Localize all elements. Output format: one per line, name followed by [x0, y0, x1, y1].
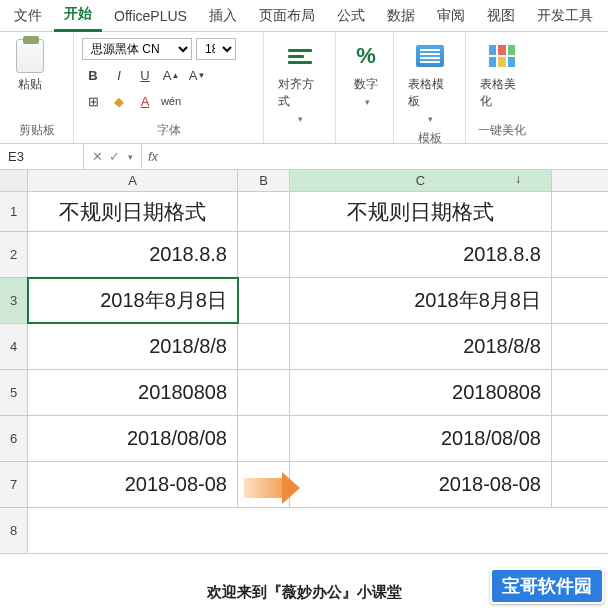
row-header[interactable]: 4 [0, 324, 28, 369]
align-label: 对齐方式 [278, 76, 321, 110]
cell[interactable]: 不规则日期格式 [28, 192, 238, 231]
column-headers: A B C↓ [0, 170, 608, 192]
row-header[interactable]: 3 [0, 278, 28, 323]
table-row: 4 2018/8/8 2018/8/8 [0, 324, 608, 370]
worksheet: A B C↓ 1 不规则日期格式 不规则日期格式 2 2018.8.8 2018… [0, 170, 608, 554]
group-label-font: 字体 [80, 120, 257, 141]
tab-layout[interactable]: 页面布局 [249, 1, 325, 31]
cell[interactable] [28, 508, 238, 553]
font-color-button[interactable]: A [134, 90, 156, 112]
row-header[interactable]: 2 [0, 232, 28, 277]
cell[interactable]: 20180808 [290, 370, 552, 415]
table-beautify-button[interactable]: 表格美化 [472, 36, 532, 114]
number-label: 数字 [354, 76, 378, 93]
cell[interactable] [238, 324, 290, 369]
group-label-template: 模板 [400, 128, 459, 149]
cell[interactable]: 2018/8/8 [290, 324, 552, 369]
select-all-corner[interactable] [0, 170, 28, 191]
table-row: 5 20180808 20180808 [0, 370, 608, 416]
chevron-down-icon: ▾ [365, 97, 370, 107]
template-icon [414, 40, 446, 72]
table-template-button[interactable]: 表格模板▾ [400, 36, 459, 128]
group-label-beautify: 一键美化 [472, 120, 532, 141]
group-font: 思源黑体 CN 18 B I U A▲ A▼ ⊞ ◆ A wén 字体 [74, 32, 264, 143]
shrink-font-button[interactable]: A▼ [186, 64, 208, 86]
formula-confirm-icon[interactable]: ✓ [109, 149, 120, 164]
paste-button[interactable]: 粘贴 [6, 36, 54, 97]
tab-view[interactable]: 视图 [477, 1, 525, 31]
col-header-b[interactable]: B [238, 170, 290, 191]
cell[interactable]: 2018/8/8 [28, 324, 238, 369]
tab-review[interactable]: 审阅 [427, 1, 475, 31]
cell[interactable] [238, 192, 290, 231]
cell[interactable]: 2018-08-08 [28, 462, 238, 507]
align-button[interactable]: 对齐方式▾ [270, 36, 329, 128]
tab-insert[interactable]: 插入 [199, 1, 247, 31]
tab-formula[interactable]: 公式 [327, 1, 375, 31]
template-label: 表格模板 [408, 76, 451, 110]
underline-button[interactable]: U [134, 64, 156, 86]
formula-cancel-icon[interactable]: ✕ [92, 149, 103, 164]
phonetic-button[interactable]: wén [160, 90, 182, 112]
group-number: % 数字▾ [336, 32, 394, 143]
italic-button[interactable]: I [108, 64, 130, 86]
arrow-right-icon [244, 472, 300, 504]
cell[interactable] [238, 278, 290, 323]
cell[interactable]: 不规则日期格式 [290, 192, 552, 231]
clipboard-icon [14, 40, 46, 72]
row-header[interactable]: 7 [0, 462, 28, 507]
row-header[interactable]: 6 [0, 416, 28, 461]
cell-selected[interactable]: 2018年8月8日 [28, 278, 238, 323]
group-align: 对齐方式▾ [264, 32, 336, 143]
beautify-icon [486, 40, 518, 72]
cell[interactable] [238, 416, 290, 461]
group-beautify: 表格美化 一键美化 [466, 32, 538, 143]
number-format-button[interactable]: % 数字▾ [342, 36, 390, 111]
cell[interactable] [238, 232, 290, 277]
cell[interactable]: 20180808 [28, 370, 238, 415]
chevron-down-icon: ▾ [298, 114, 303, 124]
ribbon: 粘贴 剪贴板 思源黑体 CN 18 B I U A▲ A▼ ⊞ [0, 32, 608, 144]
table-row: 8 [0, 508, 608, 554]
beautify-label: 表格美化 [480, 76, 524, 110]
fill-color-button[interactable]: ◆ [108, 90, 130, 112]
row-header[interactable]: 1 [0, 192, 28, 231]
cell[interactable]: 2018.8.8 [290, 232, 552, 277]
col-header-c[interactable]: C↓ [290, 170, 552, 191]
cell[interactable] [290, 508, 552, 553]
cell[interactable]: 2018-08-08 [290, 462, 552, 507]
tab-home[interactable]: 开始 [54, 0, 102, 32]
font-name-select[interactable]: 思源黑体 CN [82, 38, 192, 60]
name-box-bar: E3 ✕ ✓ ▾ fx [0, 144, 608, 170]
tab-data[interactable]: 数据 [377, 1, 425, 31]
grow-font-button[interactable]: A▲ [160, 64, 182, 86]
cell[interactable]: 2018/08/08 [290, 416, 552, 461]
tab-file[interactable]: 文件 [4, 1, 52, 31]
row-header[interactable]: 8 [0, 508, 28, 553]
table-row: 2 2018.8.8 2018.8.8 [0, 232, 608, 278]
cell[interactable] [238, 370, 290, 415]
table-row: 3 2018年8月8日 2018年8月8日 [0, 278, 608, 324]
table-row: 6 2018/08/08 2018/08/08 [0, 416, 608, 462]
font-size-select[interactable]: 18 [196, 38, 236, 60]
tab-devtools[interactable]: 开发工具 [527, 1, 603, 31]
col-header-a[interactable]: A [28, 170, 238, 191]
table-row: 7 2018-08-08 2018-08-08 [0, 462, 608, 508]
chevron-down-icon[interactable]: ▾ [128, 152, 133, 162]
border-button[interactable]: ⊞ [82, 90, 104, 112]
align-icon [284, 40, 316, 72]
fx-label[interactable]: fx [142, 149, 164, 164]
row-header[interactable]: 5 [0, 370, 28, 415]
paste-label: 粘贴 [18, 76, 42, 93]
tab-officeplus[interactable]: OfficePLUS [104, 2, 197, 30]
watermark-badge: 宝哥软件园 [490, 568, 604, 604]
percent-icon: % [350, 40, 382, 72]
cell[interactable]: 2018.8.8 [28, 232, 238, 277]
name-box[interactable]: E3 [0, 144, 84, 169]
cell[interactable]: 2018年8月8日 [290, 278, 552, 323]
cell[interactable] [238, 508, 290, 553]
group-template: 表格模板▾ 模板 [394, 32, 466, 143]
ribbon-tabs: 文件 开始 OfficePLUS 插入 页面布局 公式 数据 审阅 视图 开发工… [0, 0, 608, 32]
cell[interactable]: 2018/08/08 [28, 416, 238, 461]
bold-button[interactable]: B [82, 64, 104, 86]
